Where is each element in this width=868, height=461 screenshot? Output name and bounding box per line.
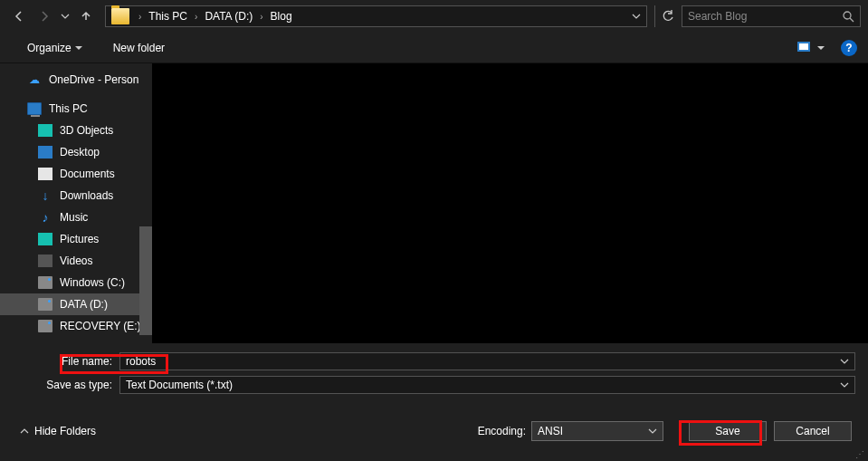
search-icon <box>843 11 854 23</box>
toolbar: Organize New folder ? <box>0 33 868 63</box>
svg-point-0 <box>844 12 851 19</box>
cloud-icon: ☁ <box>27 73 42 86</box>
tree-data-d[interactable]: DATA (D:) <box>0 293 145 315</box>
tree-recovery-e[interactable]: RECOVERY (E:) <box>0 315 145 337</box>
cube-icon <box>38 124 52 137</box>
picture-icon <box>38 233 52 245</box>
breadcrumb-thispc[interactable]: This PC <box>145 8 191 24</box>
chevron-right-icon: › <box>260 12 262 22</box>
breadcrumb-data-d[interactable]: DATA (D:) <box>201 8 256 24</box>
address-bar[interactable]: › This PC › DATA (D:) › Blog <box>105 5 647 27</box>
folder-icon <box>111 8 129 24</box>
hide-folders-button[interactable]: Hide Folders <box>20 425 96 437</box>
tree-desktop[interactable]: Desktop <box>0 141 145 163</box>
chevron-down-icon[interactable] <box>840 380 849 389</box>
drive-icon <box>38 276 52 289</box>
tree-downloads[interactable]: ↓ Downloads <box>0 185 145 206</box>
save-type-select[interactable]: Text Documents (*.txt) <box>119 376 855 394</box>
up-button[interactable] <box>74 5 98 28</box>
organize-button[interactable]: Organize <box>20 38 90 58</box>
forward-button[interactable] <box>33 5 56 28</box>
video-icon <box>38 255 52 267</box>
drive-icon <box>38 298 52 311</box>
encoding-select[interactable]: ANSI <box>531 421 663 441</box>
chevron-down-icon[interactable] <box>840 357 849 366</box>
chevron-down-icon <box>648 427 657 436</box>
tree-onedrive[interactable]: ☁ OneDrive - Person <box>0 69 145 91</box>
breadcrumb-blog[interactable]: Blog <box>267 8 296 24</box>
desktop-icon <box>38 146 52 158</box>
splitter[interactable] <box>145 63 152 343</box>
save-type-label: Save as type: <box>13 379 119 391</box>
svg-rect-3 <box>799 43 808 50</box>
resize-grip[interactable]: ⋰ <box>855 452 864 457</box>
view-icon <box>797 42 814 54</box>
search-input[interactable]: Search Blog <box>682 5 861 27</box>
chevron-right-icon: › <box>195 12 197 22</box>
music-icon: ♪ <box>38 211 52 224</box>
pc-icon <box>27 102 42 115</box>
file-name-label: File name: <box>13 355 119 368</box>
tree-videos[interactable]: Videos <box>0 250 145 272</box>
save-button[interactable]: Save <box>689 421 767 441</box>
back-button[interactable] <box>7 5 31 28</box>
tree-pictures[interactable]: Pictures <box>0 228 145 250</box>
caret-down-icon <box>75 44 82 52</box>
chevron-right-icon: › <box>138 12 141 22</box>
file-list-pane[interactable] <box>152 63 868 343</box>
search-placeholder: Search Blog <box>688 10 843 23</box>
cancel-button[interactable]: Cancel <box>774 421 852 441</box>
help-button[interactable]: ? <box>841 40 857 56</box>
view-options-button[interactable] <box>790 38 832 58</box>
file-name-input[interactable]: robots <box>119 352 855 370</box>
tree-music[interactable]: ♪ Music <box>0 206 145 228</box>
caret-down-icon <box>817 44 825 52</box>
download-icon: ↓ <box>38 189 52 202</box>
new-folder-button[interactable]: New folder <box>106 38 172 58</box>
recent-locations-button[interactable] <box>58 5 72 28</box>
document-icon <box>38 168 52 180</box>
tree-thispc[interactable]: This PC <box>0 98 145 120</box>
drive-icon <box>38 320 52 332</box>
folder-tree[interactable]: ☁ OneDrive - Person This PC 3D Objects D… <box>0 63 145 343</box>
chevron-up-icon <box>20 427 29 436</box>
encoding-label: Encoding: <box>478 425 526 437</box>
main-area: ☁ OneDrive - Person This PC 3D Objects D… <box>0 63 868 343</box>
save-fields: File name: robots Save as type: Text Doc… <box>0 343 868 401</box>
footer: Hide Folders Encoding: ANSI Save Cancel <box>0 401 868 450</box>
tree-scrollbar[interactable] <box>139 226 152 335</box>
nav-bar: › This PC › DATA (D:) › Blog Search Blog <box>0 0 868 33</box>
tree-windows-c[interactable]: Windows (C:) <box>0 272 145 293</box>
tree-documents[interactable]: Documents <box>0 163 145 185</box>
chevron-down-icon[interactable] <box>632 12 641 21</box>
tree-3dobjects[interactable]: 3D Objects <box>0 120 145 141</box>
svg-line-1 <box>850 18 854 22</box>
refresh-button[interactable] <box>654 5 680 27</box>
